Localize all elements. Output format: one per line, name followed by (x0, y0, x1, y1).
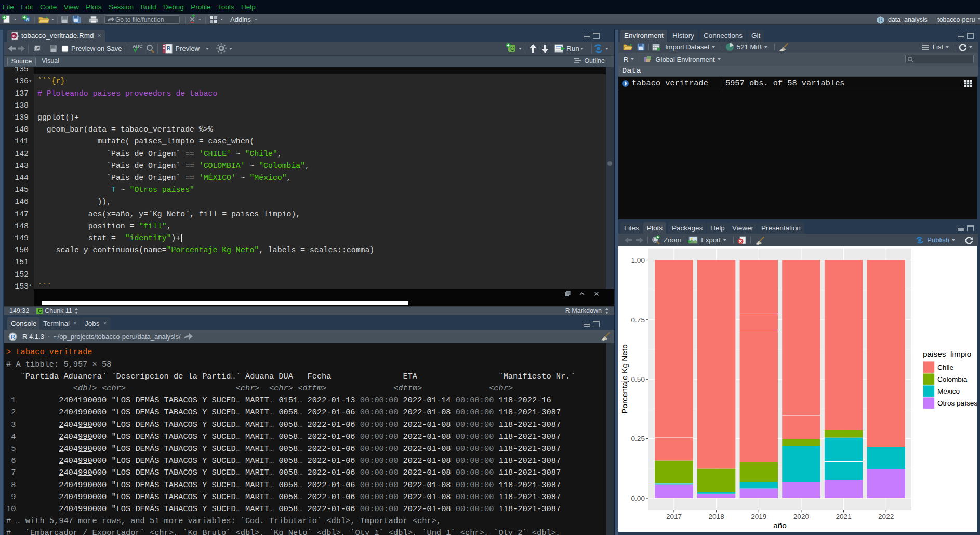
svg-text:Colombia: Colombia (937, 375, 968, 383)
svg-text:2017: 2017 (666, 513, 682, 520)
svg-text:2019: 2019 (751, 513, 766, 520)
svg-text:R: R (11, 334, 16, 340)
svg-text:Otros países: Otros países (937, 399, 977, 407)
svg-text:0.25: 0.25 (631, 435, 645, 442)
svg-text:ABC: ABC (133, 44, 143, 49)
svg-text:paises_limpio: paises_limpio (923, 349, 971, 358)
svg-text:2018: 2018 (708, 513, 724, 520)
svg-text:Porcentaje Kg Neto: Porcentaje Kg Neto (620, 344, 629, 413)
svg-text:México: México (937, 387, 960, 395)
svg-text:C: C (510, 46, 514, 52)
svg-text:C: C (38, 308, 42, 314)
svg-text:0.75: 0.75 (631, 316, 645, 324)
svg-text:1.00: 1.00 (631, 256, 645, 264)
svg-text:R: R (879, 17, 883, 23)
svg-text:Chile: Chile (937, 363, 953, 371)
svg-text:2021: 2021 (836, 513, 851, 520)
svg-text:2022: 2022 (878, 513, 894, 520)
svg-text:Rmd: Rmd (12, 34, 19, 37)
svg-text:2020: 2020 (793, 513, 810, 520)
svg-text:0.00: 0.00 (631, 494, 645, 502)
svg-text:Run: Run (566, 45, 579, 53)
svg-text:0.50: 0.50 (631, 375, 645, 383)
svg-text:R: R (167, 46, 171, 51)
svg-text:año: año (773, 521, 787, 530)
